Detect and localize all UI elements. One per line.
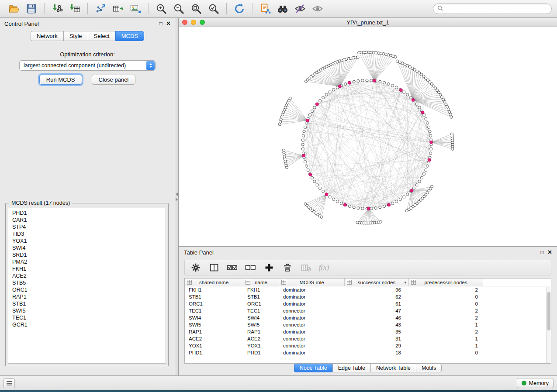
table-row[interactable]: SWI5SWI5connector431 <box>185 321 551 328</box>
add-column-icon[interactable] <box>263 262 274 273</box>
mcds-node-item[interactable]: SWI4 <box>8 244 166 251</box>
export-image-icon[interactable] <box>128 2 142 16</box>
table-row[interactable]: STB1STB1dominator620 <box>185 293 551 300</box>
table-row[interactable]: TEC1TEC1connector472 <box>185 307 551 314</box>
mcds-node-item[interactable]: STB5 <box>8 279 166 286</box>
mcds-node-item[interactable]: YOX1 <box>8 237 166 244</box>
mcds-node-item[interactable]: STP4 <box>8 224 166 230</box>
deselect-all-icon[interactable] <box>245 262 256 273</box>
splitter-collapse-icon[interactable] <box>176 193 178 201</box>
column-header-predecessor-nodes[interactable]: predecessor nodes <box>409 279 483 286</box>
float-panel-icon[interactable]: □ <box>159 21 162 26</box>
function-builder-icon[interactable]: f(x) <box>318 262 329 273</box>
table-cell: 43 <box>345 322 409 327</box>
mcds-node-item[interactable]: TEC1 <box>8 314 166 321</box>
zoom-out-icon[interactable] <box>172 2 186 16</box>
close-panel-button[interactable]: Close panel <box>92 75 136 85</box>
float-table-panel-icon[interactable]: □ <box>540 250 543 255</box>
table-cell: 35 <box>345 329 409 334</box>
column-header-shared-name[interactable]: shared name <box>185 279 243 286</box>
refresh-layout-icon[interactable] <box>232 2 246 16</box>
run-mcds-button[interactable]: Run MCDS <box>39 75 82 85</box>
table-row[interactable]: PHD1PHD1dominator180 <box>185 349 551 356</box>
mcds-node-item[interactable]: ACE2 <box>8 272 166 279</box>
panel-splitter[interactable] <box>175 18 179 375</box>
mcds-node-item[interactable]: RAP1 <box>8 293 166 300</box>
mcds-node-item[interactable]: PHD1 <box>8 210 166 217</box>
export-network-icon[interactable] <box>93 2 107 16</box>
table-cell: YOX1 <box>243 343 279 348</box>
table-row[interactable]: SWI4SWI4dominator462 <box>185 314 551 321</box>
tab-motifs[interactable]: Motifs <box>416 364 442 372</box>
memory-button[interactable]: Memory <box>517 378 554 388</box>
column-filter-arrow-icon[interactable]: ▾ <box>404 280 406 285</box>
mcds-node-item[interactable]: CAR1 <box>8 217 166 224</box>
tab-network-table[interactable]: Network Table <box>370 364 416 372</box>
mcds-node-item[interactable]: GCR1 <box>8 321 166 328</box>
search-input[interactable] <box>445 6 547 12</box>
table-cell: 2 <box>409 329 483 334</box>
column-header-filler <box>483 279 551 286</box>
network-canvas-container <box>179 27 557 246</box>
tab-mcds[interactable]: MCDS <box>115 31 144 41</box>
control-panel: Control Panel □ × NetworkStyleSelectMCDS… <box>0 18 175 375</box>
settings-gear-icon[interactable] <box>190 262 201 273</box>
clone-network-icon[interactable] <box>258 2 272 16</box>
table-toolbar: f(x) <box>184 260 551 275</box>
select-all-icon[interactable] <box>227 262 238 273</box>
mcds-node-item[interactable]: ORC1 <box>8 286 166 293</box>
save-icon[interactable] <box>24 2 38 16</box>
style-preview-icon[interactable] <box>293 2 307 16</box>
table-cell: 18 <box>345 350 409 355</box>
toolbar-separator <box>44 3 45 14</box>
close-panel-icon[interactable]: × <box>166 20 170 27</box>
network-titlebar[interactable]: YPA_prune.txt_1 <box>179 18 557 27</box>
mcds-node-item[interactable]: SRD1 <box>8 251 166 258</box>
mcds-node-item[interactable]: FKH1 <box>8 265 166 272</box>
column-header-name[interactable]: name <box>243 279 279 286</box>
mcds-node-item[interactable]: PMA2 <box>8 258 166 265</box>
table-scrollbar[interactable] <box>546 287 551 363</box>
criterion-dropdown[interactable]: largest connected component (undirected) <box>19 60 156 71</box>
table-row[interactable]: YOX1YOX1connector291 <box>185 342 551 349</box>
control-panel-title: Control Panel <box>4 21 155 27</box>
tab-network[interactable]: Network <box>31 31 63 41</box>
delete-column-icon[interactable] <box>282 262 293 273</box>
zoom-in-icon[interactable] <box>154 2 168 16</box>
scrollbar-thumb[interactable] <box>547 292 550 330</box>
table-row[interactable]: FKH1FKH1dominator962 <box>185 286 551 293</box>
open-folder-icon[interactable] <box>7 2 21 16</box>
table-panel: Table Panel □ × f(x) shared namenameMCDS… <box>179 246 557 375</box>
import-network-icon[interactable] <box>50 2 64 16</box>
find-network-icon[interactable] <box>276 2 290 16</box>
tab-style[interactable]: Style <box>63 31 88 41</box>
maximize-window-icon[interactable] <box>200 20 205 25</box>
panel-menu-button[interactable] <box>3 378 15 388</box>
table-row[interactable]: RAP1RAP1dominator352 <box>185 328 551 335</box>
minimize-window-icon[interactable] <box>191 20 196 25</box>
export-table-icon[interactable] <box>111 2 125 16</box>
mcds-node-item[interactable]: STB1 <box>8 300 166 307</box>
tab-node-table[interactable]: Node Table <box>294 364 332 372</box>
mcds-node-item[interactable]: SWI5 <box>8 307 166 314</box>
close-table-panel-icon[interactable]: × <box>548 249 552 256</box>
hide-columns-icon[interactable] <box>300 262 311 273</box>
show-graphics-icon[interactable] <box>311 2 325 16</box>
table-row[interactable]: ORC1ORC1dominator610 <box>185 300 551 307</box>
tab-select[interactable]: Select <box>88 31 115 41</box>
table-row[interactable]: ACE2ACE2connector311 <box>185 335 551 342</box>
zoom-selected-icon[interactable] <box>207 2 221 16</box>
table-cell: 0 <box>409 350 483 355</box>
import-table-icon[interactable] <box>68 2 82 16</box>
search-field[interactable] <box>433 3 552 14</box>
search-container <box>433 3 552 14</box>
tab-edge-table[interactable]: Edge Table <box>332 364 370 372</box>
network-canvas[interactable] <box>179 27 557 245</box>
table-cell: dominator <box>279 350 345 355</box>
mcds-node-item[interactable]: TID3 <box>8 230 166 237</box>
column-header-successor-nodes[interactable]: successor nodes▾ <box>345 279 409 286</box>
column-header-mcds-role[interactable]: MCDS role <box>279 279 345 286</box>
column-selector-icon[interactable] <box>208 262 219 273</box>
zoom-fit-icon[interactable] <box>189 2 203 16</box>
close-window-icon[interactable] <box>182 20 187 25</box>
